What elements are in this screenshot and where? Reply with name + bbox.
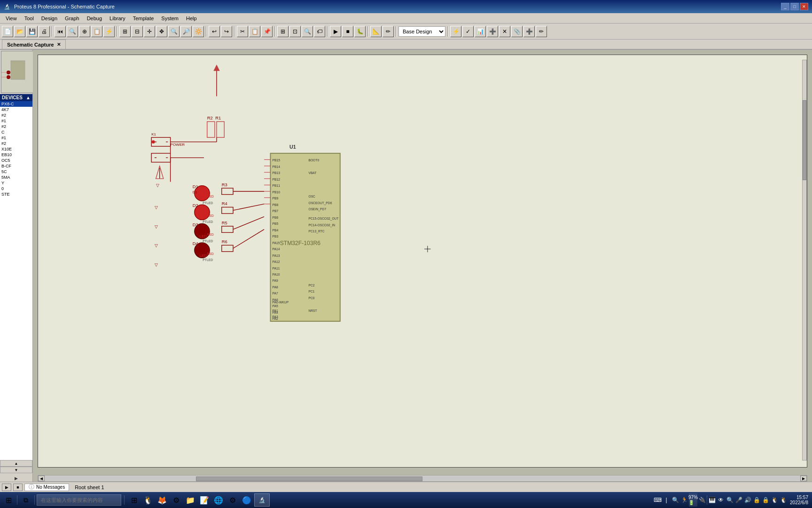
paste-button[interactable]: 📌: [261, 26, 273, 37]
menu-design[interactable]: Design: [38, 15, 61, 22]
taskbar-app-icon-7[interactable]: 🌐: [212, 493, 225, 507]
tab-close-button[interactable]: ✕: [57, 42, 61, 47]
taskbar-app-icon-4[interactable]: ⚙: [170, 493, 183, 507]
tray-icon-1[interactable]: ⌨: [653, 493, 662, 507]
taskbar-app-icon-9[interactable]: 🔵: [240, 493, 253, 507]
menu-template[interactable]: Template: [129, 15, 158, 22]
tray-icon-3[interactable]: 🔍: [671, 493, 679, 507]
play-button[interactable]: ▶: [2, 484, 11, 491]
hscroll-right-button[interactable]: ▶: [800, 476, 807, 481]
stop-button[interactable]: ■: [342, 26, 353, 37]
tray-icon-10[interactable]: 🔒: [752, 493, 761, 507]
bom-button[interactable]: 📋: [91, 26, 102, 37]
device-item-13[interactable]: 5MA: [0, 175, 32, 180]
main-canvas[interactable]: R2 R1 K1 POWER: [33, 50, 812, 482]
zoom-area-button[interactable]: 🔍: [67, 26, 78, 37]
debug2-button[interactable]: 🐛: [354, 26, 366, 37]
taskbar-app-icon-3[interactable]: 🦊: [156, 493, 169, 507]
properties-button[interactable]: ⊞: [277, 26, 289, 37]
bom2-button[interactable]: 📊: [475, 26, 486, 37]
close-button[interactable]: ✕: [800, 3, 808, 10]
taskbar-app-icon-1[interactable]: ⊞: [127, 493, 141, 507]
device-item-5[interactable]: C: [0, 129, 32, 135]
tray-icon-12[interactable]: 🐧: [770, 493, 779, 507]
tray-icon-6[interactable]: 🎹: [708, 493, 716, 507]
menu-debug[interactable]: Debug: [83, 15, 106, 22]
device-item-10[interactable]: OC5: [0, 158, 32, 163]
taskbar-app-icon-6[interactable]: 📝: [198, 493, 211, 507]
device-item-16[interactable]: STE: [0, 191, 32, 197]
menu-graph[interactable]: Graph: [61, 15, 83, 22]
device-item-4[interactable]: #2: [0, 124, 32, 129]
devices-scroll-down[interactable]: ▼: [0, 467, 32, 473]
annotate-button[interactable]: 🏷: [314, 26, 325, 37]
tray-icon-9[interactable]: 🔊: [743, 493, 752, 507]
new-button[interactable]: 📄: [2, 26, 13, 37]
device-item-14[interactable]: Y: [0, 180, 32, 186]
netlist-button[interactable]: ⚡: [103, 26, 115, 37]
tray-icon-13[interactable]: 🐧: [779, 493, 788, 507]
device-item-6[interactable]: #1: [0, 135, 32, 141]
root-sheet-tab[interactable]: Root sheet 1: [71, 484, 108, 490]
taskbar-app-icon-2[interactable]: 🐧: [141, 493, 155, 507]
edit-button[interactable]: ✏: [536, 26, 547, 37]
expand-arrow[interactable]: ▶: [0, 475, 32, 482]
drc-button[interactable]: ✓: [462, 26, 474, 37]
hscroll-left-button[interactable]: ◀: [38, 476, 45, 481]
inst-button[interactable]: 📐: [370, 26, 382, 37]
tray-icon-5[interactable]: 🔌: [698, 493, 706, 507]
device-item-2[interactable]: #2: [0, 112, 32, 118]
battery-indicator[interactable]: 97%🔋: [689, 493, 697, 507]
place-button[interactable]: ➕: [487, 26, 498, 37]
search-comp-button[interactable]: 🔍: [302, 26, 313, 37]
minimize-button[interactable]: _: [781, 3, 789, 10]
taskbar-search-input[interactable]: [37, 494, 121, 506]
stop-button[interactable]: ■: [13, 484, 23, 491]
tray-icon-4[interactable]: 🏃: [680, 493, 688, 507]
device-item-0[interactable]: PX8-C: [0, 101, 32, 107]
taskbar-app-icon-5[interactable]: 📁: [184, 493, 197, 507]
menu-system[interactable]: System: [157, 15, 182, 22]
rewind-button[interactable]: ⏮: [55, 26, 66, 37]
menu-library[interactable]: Library: [106, 15, 129, 22]
tray-icon-11[interactable]: 🔒: [761, 493, 770, 507]
undo-button[interactable]: ↩: [209, 26, 220, 37]
tab-schematic-capture[interactable]: Schematic Capture ✕: [2, 40, 66, 49]
device-item-11[interactable]: B-CF: [0, 163, 32, 169]
move-button[interactable]: ✥: [156, 26, 167, 37]
add-button[interactable]: ➕: [523, 26, 535, 37]
print-button[interactable]: 🖨: [39, 26, 50, 37]
device-item-12[interactable]: 5C: [0, 169, 32, 175]
horizontal-scrollbar[interactable]: ◀ ▶: [38, 475, 807, 482]
pick-button[interactable]: 📎: [511, 26, 523, 37]
copy-button[interactable]: 📋: [249, 26, 260, 37]
devices-collapse-icon[interactable]: ▲: [26, 95, 31, 100]
origin-button[interactable]: ✛: [144, 26, 155, 37]
tray-icon-7[interactable]: 👁: [717, 493, 725, 507]
tray-icon-2[interactable]: |: [662, 493, 671, 507]
device-item-3[interactable]: #1: [0, 118, 32, 124]
zoom-out-button[interactable]: 🔎: [180, 26, 192, 37]
mark-button[interactable]: ✏: [383, 26, 394, 37]
redo-button[interactable]: ↪: [221, 26, 232, 37]
zoom-all-button[interactable]: ⊕: [79, 26, 90, 37]
schematic-area[interactable]: R2 R1 K1 POWER: [38, 55, 807, 468]
menu-help[interactable]: Help: [182, 15, 201, 22]
device-item-8[interactable]: X10E: [0, 146, 32, 152]
cut-button[interactable]: ✂: [237, 26, 248, 37]
device-item-1[interactable]: 4K7: [0, 107, 32, 112]
grid-button[interactable]: ⊟: [132, 26, 143, 37]
zoom-in-button[interactable]: 🔍: [168, 26, 180, 37]
proteus-taskbar-button[interactable]: 🔬: [254, 493, 270, 507]
del-button[interactable]: ✕: [499, 26, 510, 37]
maximize-button[interactable]: □: [790, 3, 799, 10]
start-button[interactable]: ⊞: [2, 493, 15, 507]
device-item-15[interactable]: 0: [0, 186, 32, 191]
design-template-dropdown[interactable]: Base Design: [398, 26, 445, 37]
netlist2-button[interactable]: ⚡: [450, 26, 461, 37]
taskbar-app-icon-8[interactable]: ⚙: [226, 493, 239, 507]
system-clock[interactable]: 15:57 2022/6/8: [788, 495, 810, 505]
vscroll-thumb[interactable]: [803, 100, 806, 180]
menu-tool[interactable]: Tool: [21, 15, 38, 22]
save-button[interactable]: 💾: [26, 26, 38, 37]
